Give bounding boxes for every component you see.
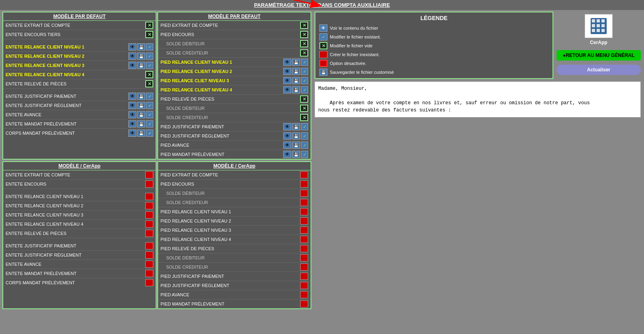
btn-eye-pied-relance3[interactable]: 👁 (283, 77, 291, 84)
btn-save-pied-relance3[interactable]: 💾 (292, 77, 300, 84)
btn-check-pied-relance3[interactable]: ✓ (301, 77, 308, 84)
btn-save-avance[interactable]: 💾 (137, 111, 145, 118)
row-entete-relance1: ENTETE RELANCE CLIENT NIVEAU 1 👁 💾 ✓ (3, 43, 156, 52)
btn-red-c-relance4[interactable] (145, 221, 153, 228)
btn-save-justif-pmt[interactable]: 💾 (137, 93, 145, 100)
btn-red-c-relance2[interactable] (145, 202, 153, 209)
btn-red-c-relance1[interactable] (145, 193, 153, 200)
default-model-left: MODÈLE PAR DEFAUT ENTETE EXTRAIT DE COMP… (2, 12, 156, 160)
btn-eye-pied-mandat[interactable]: 👁 (283, 151, 291, 158)
label-entete-justif-regl: ENTETE JUSTIFICATIF RÈGLEMENT (6, 103, 128, 108)
legend-item-disabled: Option désactivée. (319, 60, 549, 67)
btn-eye-pied-avance[interactable]: 👁 (283, 142, 291, 149)
row-solde-debiteur-1: SOLDE DÉBITEUR ✕ (158, 39, 311, 49)
btn-red-cp-justif-regl[interactable] (300, 282, 308, 289)
btn-check-corps-mandat[interactable]: ✓ (146, 130, 153, 137)
btn-check-pied-justif-pmt[interactable]: ✓ (301, 123, 308, 130)
btn-red-c-entete-encours[interactable] (145, 180, 153, 188)
btn-red-c-justif-pmt[interactable] (145, 242, 153, 249)
btn-x-pied-extrait[interactable]: ✕ (300, 22, 308, 29)
btn-save-corps-mandat[interactable]: 💾 (137, 130, 145, 137)
btn-eye-pied-justif-pmt[interactable]: 👁 (283, 123, 291, 130)
btn-red-cp-avance[interactable] (300, 291, 308, 298)
btn-eye-pied-relance1[interactable]: 👁 (283, 59, 291, 66)
btn-x-relance4[interactable]: ✕ (145, 71, 153, 78)
btn-eye-avance[interactable]: 👁 (128, 111, 136, 118)
btn-red-c-relance3[interactable] (145, 211, 153, 219)
btn-check-mandat[interactable]: ✓ (146, 120, 153, 128)
btn-eye-justif-pmt[interactable]: 👁 (128, 93, 136, 100)
btn-check-pied-relance2[interactable]: ✓ (301, 68, 308, 75)
btn-x-solde-cred2[interactable]: ✕ (300, 114, 308, 121)
btn-eye-pied-relance4[interactable]: 👁 (283, 86, 291, 93)
btn-red-cp-solde-deb[interactable] (300, 190, 308, 197)
btn-save-pied-relance1[interactable]: 💾 (292, 59, 300, 66)
btn-x-pied-releve[interactable]: ✕ (300, 95, 308, 103)
btn-red-c-releve[interactable] (145, 230, 153, 237)
btn-save-relance2[interactable]: 💾 (137, 53, 145, 60)
btn-save-justif-regl[interactable]: 💾 (137, 102, 145, 109)
row-c-mandat: ENTETE MANDAT PRÉLÉVEMENT (3, 269, 156, 278)
btn-eye-justif-regl[interactable]: 👁 (128, 102, 136, 109)
btn-check-pied-avance[interactable]: ✓ (301, 142, 308, 149)
btn-red-c-avance[interactable] (145, 261, 153, 268)
btn-eye-relance3[interactable]: 👁 (128, 62, 136, 69)
btn-x-solde-deb1[interactable]: ✕ (300, 40, 308, 47)
btn-save-relance1[interactable]: 💾 (137, 43, 145, 51)
btn-x-entete-extrait[interactable]: ✕ (145, 22, 153, 29)
btn-eye-mandat[interactable]: 👁 (128, 120, 136, 128)
btn-check-pied-mandat[interactable]: ✓ (301, 151, 308, 158)
btn-check-justif-pmt[interactable]: ✓ (146, 93, 153, 100)
btn-x-solde-deb2[interactable]: ✕ (300, 105, 308, 112)
btn-check-justif-regl[interactable]: ✓ (146, 102, 153, 109)
row-c-entete-encours: ENTETE ENCOURS (3, 180, 156, 189)
btn-eye-corps-mandat[interactable]: 👁 (128, 130, 136, 137)
btn-x-releve[interactable]: ✕ (145, 80, 153, 87)
btn-x-solde-cred1[interactable]: ✕ (300, 49, 308, 57)
cerapp-right-header: MODÈLE / CerApp (158, 162, 311, 170)
btn-red-cp-justif-pmt[interactable] (300, 273, 308, 280)
btn-eye-pied-justif-regl[interactable]: 👁 (283, 132, 291, 140)
btn-red-cp-relance3[interactable] (300, 227, 308, 234)
btn-check-relance2[interactable]: ✓ (146, 53, 153, 60)
btn-red-cp-pied-extrait[interactable] (300, 171, 308, 178)
btn-red-cp-relance4[interactable] (300, 236, 308, 243)
btn-eye-pied-relance2[interactable]: 👁 (283, 68, 291, 75)
btn-red-c-justif-regl[interactable] (145, 251, 153, 259)
btn-red-cp-solde-cred2[interactable] (300, 263, 308, 271)
btn-red-cp-relance2[interactable] (300, 217, 308, 225)
btn-x-pied-encours[interactable]: ✕ (300, 31, 308, 38)
btn-red-c-corps-mandat[interactable] (145, 279, 153, 286)
btn-red-cp-mandat[interactable] (300, 300, 308, 308)
btn-save-mandat[interactable]: 💾 (137, 120, 145, 128)
legend-floppy-icon: 💾 (319, 69, 327, 76)
btn-save-pied-justif-pmt[interactable]: 💾 (292, 123, 300, 130)
btn-save-pied-justif-regl[interactable]: 💾 (292, 132, 300, 140)
btn-red-cp-relance1[interactable] (300, 208, 308, 215)
btn-check-pied-relance4[interactable]: ✓ (301, 86, 308, 93)
btn-check-relance1[interactable]: ✓ (146, 43, 153, 51)
btn-red-cp-solde-cred[interactable] (300, 199, 308, 206)
row-pied-justif-regl: PIED JUSTIFICATIF RÈGLEMENT 👁 💾 ✓ (158, 132, 311, 141)
btn-red-c-entete-extrait[interactable] (145, 171, 153, 178)
btn-check-avance[interactable]: ✓ (146, 111, 153, 118)
btn-check-pied-justif-regl[interactable]: ✓ (301, 132, 308, 140)
btn-x-entete-encours[interactable]: ✕ (145, 31, 153, 38)
btn-red-c-mandat[interactable] (145, 270, 153, 277)
btn-save-pied-relance2[interactable]: 💾 (292, 68, 300, 75)
btn-actualiser[interactable]: Actualiser (557, 65, 641, 75)
btn-save-pied-mandat[interactable]: 💾 (292, 151, 300, 158)
btn-red-cp-releve[interactable] (300, 245, 308, 252)
btn-red-cp-pied-encours[interactable] (300, 180, 308, 188)
btn-red-cp-solde-deb2[interactable] (300, 254, 308, 261)
btn-eye-relance1[interactable]: 👁 (128, 43, 136, 51)
btn-save-pied-avance[interactable]: 💾 (292, 142, 300, 149)
btn-check-relance3[interactable]: ✓ (146, 62, 153, 69)
btn-retour-menu[interactable]: ●RETOUR AU MENU GÉNÉRAL (557, 50, 641, 61)
row-entete-mandat: ENTETE MANDAT PRÉLÉVEMENT 👁 💾 ✓ (3, 119, 156, 129)
btn-save-pied-relance4[interactable]: 💾 (292, 86, 300, 93)
default-model-section: MODÈLE PAR DEFAUT ENTETE EXTRAIT DE COMP… (2, 12, 311, 160)
btn-save-relance3[interactable]: 💾 (137, 62, 145, 69)
btn-eye-relance2[interactable]: 👁 (128, 53, 136, 60)
btn-check-pied-relance1[interactable]: ✓ (301, 59, 308, 66)
